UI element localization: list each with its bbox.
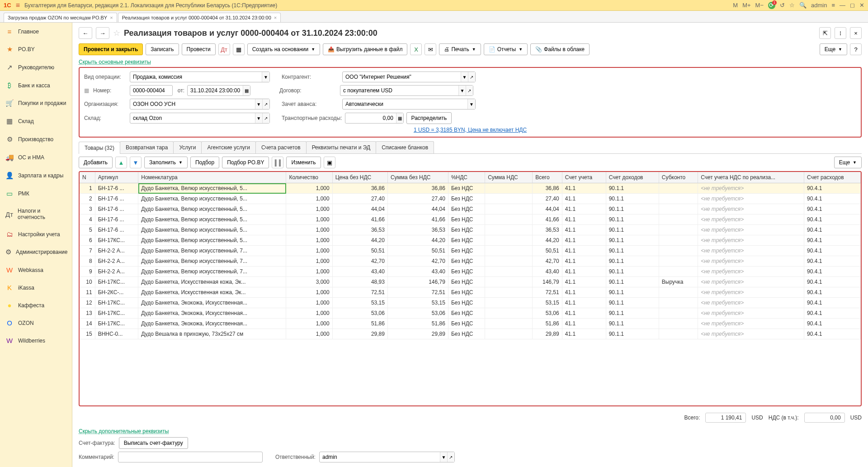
cell[interactable]: 90.4.1 xyxy=(804,277,861,287)
cell[interactable]: 2 xyxy=(80,194,95,204)
open-icon[interactable]: ↗ xyxy=(447,452,454,462)
cell[interactable]: БН-17КС... xyxy=(95,277,138,287)
cell[interactable] xyxy=(485,298,533,308)
sidebar-item[interactable]: 👤Зарплата и кадры xyxy=(0,167,72,185)
cell[interactable]: 27,40 xyxy=(387,194,448,204)
table-row[interactable]: 10БН-17КС...Дудо Банкетка, Искусственная… xyxy=(80,277,861,287)
cell[interactable]: 36,53 xyxy=(533,225,562,235)
cell[interactable]: 41.1 xyxy=(562,183,606,194)
cell[interactable]: 29,89 xyxy=(387,329,448,339)
cell[interactable]: <не требуется> xyxy=(698,235,804,246)
org-input[interactable]: ▼↗ xyxy=(130,99,270,110)
cell[interactable] xyxy=(485,308,533,319)
cell[interactable]: Дудо Банкетка, Велюр искусственный, 5... xyxy=(138,235,286,246)
cell[interactable]: <не требуется> xyxy=(698,298,804,308)
cell[interactable]: 15 xyxy=(80,329,95,339)
cell[interactable]: 48,93 xyxy=(332,277,387,287)
cell[interactable]: 41,66 xyxy=(332,214,387,225)
cell[interactable]: 90.4.1 xyxy=(804,256,861,267)
section-tab[interactable]: Товары (32) xyxy=(79,142,120,154)
responsible-input[interactable]: ▼↗ xyxy=(319,452,455,462)
cell[interactable]: 36,86 xyxy=(533,183,562,194)
cell[interactable]: 53,15 xyxy=(387,298,448,308)
dt-kt-icon[interactable]: Дт xyxy=(218,43,230,55)
column-header[interactable]: Сумма НДС xyxy=(485,172,533,183)
maximize-icon[interactable]: ◻ xyxy=(850,2,855,9)
cell[interactable]: 1,000 xyxy=(286,256,332,267)
table-row[interactable]: 2БН-17-6 ...Дудо Банкетка, Велюр искусст… xyxy=(80,194,861,204)
cell[interactable]: Без НДС xyxy=(448,256,485,267)
table-row[interactable]: 11БН-2КС-...Дудо Банкетка, Искусственная… xyxy=(80,287,861,298)
envelope-icon[interactable]: ✉ xyxy=(425,43,436,55)
hide-requisites-link[interactable]: Скрыть основные реквизиты xyxy=(72,59,868,65)
table-row[interactable]: 3БН-17-6 ...Дудо Банкетка, Велюр искусст… xyxy=(80,204,861,214)
cell[interactable]: 90.4.1 xyxy=(804,194,861,204)
cell[interactable]: 50,51 xyxy=(533,246,562,256)
cell[interactable]: 36,86 xyxy=(332,183,387,194)
currency-rate-link[interactable]: 1 USD = 3,3185 BYN, Цена не включает НДС xyxy=(414,127,527,133)
move-down-icon[interactable]: ▼ xyxy=(130,157,142,168)
cell[interactable]: 1,000 xyxy=(286,246,332,256)
cell[interactable]: <не требуется> xyxy=(698,214,804,225)
nav-forward-button[interactable]: → xyxy=(96,27,109,39)
cell[interactable]: <не требуется> xyxy=(698,256,804,267)
cell[interactable] xyxy=(485,329,533,339)
sidebar-item[interactable]: ⚙Администрирование xyxy=(0,243,72,261)
write-invoice-button[interactable]: Выписать счет-фактуру xyxy=(119,437,188,449)
table-row[interactable]: 6БН-17КС...Дудо Банкетка, Велюр искусств… xyxy=(80,235,861,246)
dropdown-icon[interactable]: ▼ xyxy=(255,99,262,109)
cell[interactable]: Дудо Вешалка в прихожую, 73х25х27 см xyxy=(138,329,286,339)
print-button[interactable]: 🖨 Печать▼ xyxy=(439,43,481,55)
cell[interactable]: 7 xyxy=(80,246,95,256)
cell[interactable]: 1,000 xyxy=(286,214,332,225)
cell[interactable]: 1,000 xyxy=(286,298,332,308)
sidebar-item[interactable]: KiKassa xyxy=(0,279,72,296)
cell[interactable]: 43,40 xyxy=(332,267,387,277)
sidebar-item[interactable]: 🛒Покупки и продажи xyxy=(0,94,72,112)
cell[interactable] xyxy=(485,194,533,204)
change-button[interactable]: Изменить xyxy=(286,157,321,168)
cell[interactable] xyxy=(659,308,698,319)
cell[interactable]: 90.1.1 xyxy=(606,319,659,329)
select-button[interactable]: Подбор xyxy=(190,157,219,168)
cell[interactable] xyxy=(659,194,698,204)
cell[interactable]: 51,86 xyxy=(387,319,448,329)
cell[interactable]: БН-2-2 А... xyxy=(95,256,138,267)
cell[interactable]: 1,000 xyxy=(286,225,332,235)
cell[interactable] xyxy=(485,225,533,235)
cell[interactable] xyxy=(485,204,533,214)
link-icon[interactable]: ⇱ xyxy=(819,27,831,39)
dropdown-icon[interactable]: ▼ xyxy=(440,452,447,462)
sidebar-item[interactable]: ₿Банк и касса xyxy=(0,76,72,94)
cell[interactable] xyxy=(485,267,533,277)
cell[interactable]: Дудо Банкетка, Экокожа, Искусственная... xyxy=(138,308,286,319)
cell[interactable]: 41.1 xyxy=(562,246,606,256)
cell[interactable]: 44,04 xyxy=(533,204,562,214)
cell[interactable] xyxy=(659,267,698,277)
cell[interactable]: 41,66 xyxy=(533,214,562,225)
table-row[interactable]: 1БН-17-6 ...Дудо Банкетка, Велюр искусст… xyxy=(80,183,861,194)
cell[interactable]: 90.1.1 xyxy=(606,308,659,319)
cell[interactable]: <не требуется> xyxy=(698,183,804,194)
cell[interactable]: 90.1.1 xyxy=(606,214,659,225)
calc-m-button[interactable]: M xyxy=(733,2,738,9)
cell[interactable] xyxy=(659,287,698,298)
export-data-button[interactable]: 📤 Выгрузить данные в файл xyxy=(323,43,407,55)
cell[interactable]: Без НДС xyxy=(448,225,485,235)
column-header[interactable]: Цена без НДС xyxy=(332,172,387,183)
post-button[interactable]: Провести xyxy=(182,43,216,55)
cell[interactable]: 53,15 xyxy=(332,298,387,308)
cell[interactable]: 10 xyxy=(80,277,95,287)
cell[interactable]: <не требуется> xyxy=(698,277,804,287)
section-tab[interactable]: Счета расчетов xyxy=(255,141,307,153)
cell[interactable]: Без НДС xyxy=(448,319,485,329)
cell[interactable]: 90.1.1 xyxy=(606,287,659,298)
cell[interactable]: 1,000 xyxy=(286,287,332,298)
dropdown-icon[interactable]: ▼ xyxy=(461,72,468,82)
cell[interactable]: 41.1 xyxy=(562,225,606,235)
cell[interactable]: 42,70 xyxy=(387,256,448,267)
open-icon[interactable]: ↗ xyxy=(262,113,269,123)
cell[interactable]: 72,51 xyxy=(533,287,562,298)
more-button[interactable]: Еще▼ xyxy=(820,43,847,55)
tab-realization[interactable]: Реализация товаров и услуг 0000-000404 о… xyxy=(118,13,281,22)
